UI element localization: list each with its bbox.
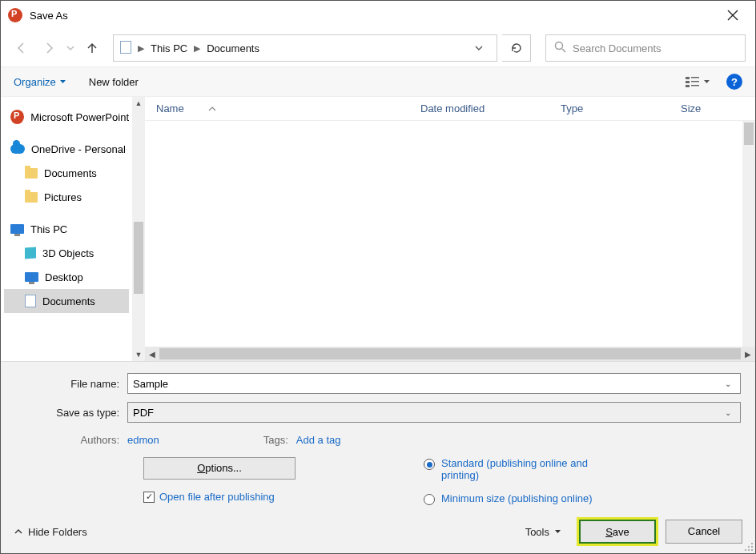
scrollbar-thumb[interactable] bbox=[134, 222, 143, 294]
file-list-body[interactable]: ◀ ▶ bbox=[145, 121, 755, 361]
svg-rect-3 bbox=[686, 85, 690, 87]
authors-value[interactable]: edmon bbox=[127, 434, 159, 446]
breadcrumb-root[interactable]: This PC bbox=[151, 42, 187, 54]
svg-point-12 bbox=[751, 549, 753, 551]
column-date[interactable]: Date modified bbox=[409, 102, 549, 114]
scroll-down-icon[interactable]: ▼ bbox=[132, 348, 145, 361]
breadcrumb-folder[interactable]: Documents bbox=[207, 42, 259, 54]
options-button[interactable]: Options... bbox=[143, 457, 296, 480]
close-icon[interactable] bbox=[717, 3, 749, 27]
column-type[interactable]: Type bbox=[549, 102, 670, 114]
open-after-checkbox[interactable]: ✓ Open file after publishing bbox=[143, 491, 320, 503]
radio-icon bbox=[424, 459, 435, 470]
folder-tree[interactable]: Microsoft PowerPointOneDrive - PersonalD… bbox=[1, 97, 132, 361]
scrollbar-thumb[interactable] bbox=[159, 348, 741, 359]
column-headers: Name Date modified Type Size bbox=[145, 97, 755, 121]
svg-point-7 bbox=[751, 543, 753, 544]
filename-combo[interactable]: ⌄ bbox=[127, 373, 741, 394]
chevron-down-icon[interactable]: ⌄ bbox=[721, 408, 735, 417]
type-row: Save as type: ⌄ bbox=[15, 402, 741, 423]
tree-scrollbar[interactable]: ▲ ▼ bbox=[132, 97, 145, 361]
svg-point-11 bbox=[748, 549, 750, 551]
monitor-icon bbox=[25, 272, 38, 282]
column-name[interactable]: Name bbox=[145, 102, 409, 114]
filename-label: File name: bbox=[15, 378, 119, 390]
chevron-down-icon[interactable]: ⌄ bbox=[721, 379, 735, 388]
chevron-right-icon: ▶ bbox=[194, 43, 200, 54]
organize-menu[interactable]: Organize bbox=[14, 76, 66, 88]
document-icon bbox=[120, 41, 131, 56]
sort-asc-icon bbox=[208, 106, 216, 112]
tree-item[interactable]: Documents bbox=[4, 289, 129, 313]
new-folder-button[interactable]: New folder bbox=[89, 76, 139, 88]
scroll-left-icon[interactable]: ◀ bbox=[145, 347, 159, 361]
svg-rect-1 bbox=[686, 77, 690, 79]
svg-point-10 bbox=[745, 549, 746, 551]
titlebar: Save As bbox=[1, 1, 755, 30]
tree-item[interactable]: OneDrive - Personal bbox=[4, 137, 129, 161]
radio-icon bbox=[424, 494, 435, 505]
organize-label: Organize bbox=[14, 76, 56, 88]
tools-menu[interactable]: Tools bbox=[525, 526, 561, 538]
chevron-up-icon bbox=[14, 527, 23, 536]
list-hscrollbar[interactable]: ◀ ▶ bbox=[145, 347, 755, 361]
resize-grip-icon[interactable] bbox=[742, 540, 754, 552]
type-combo[interactable]: ⌄ bbox=[127, 402, 741, 423]
cancel-button[interactable]: Cancel bbox=[666, 520, 742, 544]
refresh-button[interactable] bbox=[502, 34, 531, 62]
tags-value[interactable]: Add a tag bbox=[296, 434, 341, 446]
save-form: File name: ⌄ Save as type: ⌄ Authors: ed… bbox=[1, 362, 755, 513]
toolbar: Organize New folder ? bbox=[1, 66, 755, 97]
column-size[interactable]: Size bbox=[670, 102, 755, 114]
folder-icon bbox=[25, 192, 38, 203]
meta-row: Authors: edmon Tags: Add a tag bbox=[15, 434, 741, 446]
radio-standard[interactable]: Standard (publishing online and printing… bbox=[424, 457, 741, 481]
tree-item[interactable]: 3D Objects bbox=[4, 241, 129, 265]
scroll-up-icon[interactable]: ▲ bbox=[132, 97, 145, 110]
monitor-icon bbox=[10, 224, 24, 234]
search-input[interactable] bbox=[573, 42, 737, 54]
tree-item-label: This PC bbox=[30, 223, 67, 235]
ppt-icon bbox=[10, 110, 24, 124]
svg-rect-5 bbox=[691, 81, 699, 82]
footer: Hide Folders Tools Save Cancel bbox=[1, 513, 755, 553]
up-button[interactable] bbox=[81, 37, 103, 59]
back-button[interactable] bbox=[10, 37, 33, 59]
options-grid: Options... ✓ Open file after publishing … bbox=[15, 457, 741, 505]
doc-icon bbox=[25, 295, 36, 307]
recent-dropdown[interactable] bbox=[65, 37, 76, 59]
cloud-icon bbox=[10, 144, 25, 154]
hide-folders-button[interactable]: Hide Folders bbox=[14, 526, 87, 538]
tags-label: Tags: bbox=[263, 434, 288, 446]
tree-column: Microsoft PowerPointOneDrive - PersonalD… bbox=[1, 97, 145, 361]
chevron-right-icon: ▶ bbox=[138, 43, 144, 54]
tree-item[interactable]: Microsoft PowerPoint bbox=[4, 105, 129, 129]
tree-item[interactable]: This PC bbox=[4, 217, 129, 241]
type-input[interactable] bbox=[133, 407, 721, 419]
svg-rect-2 bbox=[686, 81, 690, 83]
address-bar[interactable]: ▶ This PC ▶ Documents bbox=[113, 34, 497, 62]
address-history-dropdown[interactable] bbox=[468, 34, 490, 62]
scrollbar-thumb[interactable] bbox=[744, 122, 754, 145]
search-box[interactable] bbox=[545, 34, 746, 62]
scroll-right-icon[interactable]: ▶ bbox=[741, 347, 755, 361]
browser-area: Microsoft PowerPointOneDrive - PersonalD… bbox=[1, 97, 755, 362]
view-menu[interactable] bbox=[686, 76, 710, 87]
checkbox-icon: ✓ bbox=[143, 492, 155, 503]
tree-item[interactable]: Desktop bbox=[4, 265, 129, 289]
tree-item[interactable]: Pictures bbox=[4, 185, 129, 209]
tree-item[interactable]: Documents bbox=[4, 161, 129, 185]
folder-icon bbox=[25, 168, 38, 179]
authors-label: Authors: bbox=[15, 434, 119, 446]
list-vscrollbar[interactable] bbox=[742, 121, 755, 347]
help-button[interactable]: ? bbox=[726, 74, 742, 90]
dialog-title: Save As bbox=[30, 10, 717, 22]
svg-rect-4 bbox=[691, 77, 699, 78]
forward-button[interactable] bbox=[38, 37, 60, 59]
save-button[interactable]: Save bbox=[579, 520, 656, 544]
filename-input[interactable] bbox=[133, 378, 721, 390]
radio-minimum[interactable]: Minimum size (publishing online) bbox=[424, 492, 741, 505]
tree-item-label: Microsoft PowerPoint bbox=[30, 111, 129, 123]
tree-item-label: OneDrive - Personal bbox=[31, 143, 126, 155]
tree-item-label: Documents bbox=[44, 167, 97, 179]
